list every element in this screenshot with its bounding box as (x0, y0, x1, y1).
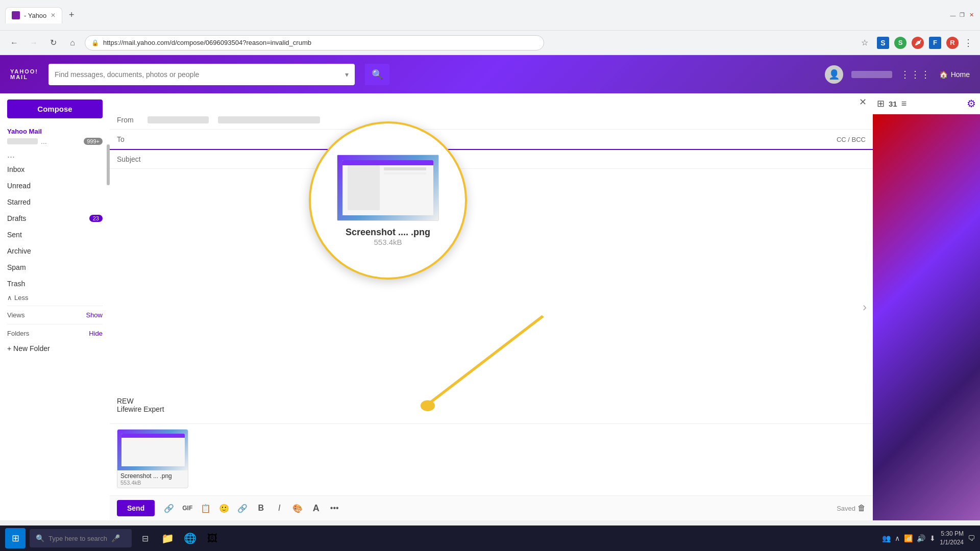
sidebar-item-starred[interactable]: Starred (0, 194, 110, 210)
right-panel-layout-icon1[interactable]: ⊞ (877, 98, 885, 109)
subject-label: Subject (117, 155, 142, 163)
attachment-thumbnail[interactable]: Screenshot ... .png 553.4kB (117, 429, 188, 488)
yahoo-search-bar[interactable]: ▾ (48, 64, 355, 85)
views-label: Views (7, 311, 24, 319)
search-input[interactable] (55, 70, 341, 79)
refresh-button[interactable]: ↻ (46, 36, 60, 50)
home-button[interactable]: ⌂ (65, 36, 80, 50)
emoji-tool-button[interactable]: 🙂 (216, 500, 232, 516)
browser-menu-button[interactable]: ⋮ (964, 37, 973, 48)
to-field[interactable]: To CC / BCC (110, 130, 873, 150)
taskbar-search-bar[interactable]: 🔍 Type here to search 🎤 (30, 529, 132, 547)
cc-bcc-link[interactable]: CC / BCC (837, 136, 866, 143)
sidebar-item-unread[interactable]: Unread (0, 178, 110, 194)
taskbar-chrome[interactable]: 🌐 (181, 529, 199, 547)
tab-close-btn[interactable]: ✕ (51, 12, 56, 19)
taskbar-network-icon[interactable]: 📶 (904, 534, 913, 542)
extension-icon-r[interactable]: 🌶 (912, 37, 924, 49)
color-tool-button[interactable]: 🎨 (289, 500, 306, 516)
trash-icon: 🗑 (857, 504, 866, 512)
compose-body[interactable]: REW Lifewire Expert (110, 169, 873, 423)
sidebar-item-spam[interactable]: Spam (0, 259, 110, 276)
start-button[interactable]: ⊞ (5, 528, 26, 548)
subject-field[interactable]: Subject (110, 150, 873, 169)
yahoo-logo: YAHOO! MAIL (10, 69, 38, 80)
sidebar-extra-dots[interactable]: ... (0, 148, 110, 161)
new-folder-label: + New Folder (7, 344, 50, 353)
right-panel-calendar-icon[interactable]: 31 (889, 99, 897, 108)
home-label: Home (951, 70, 970, 79)
active-tab[interactable]: - Yahoo ✕ (5, 7, 62, 23)
minimize-button[interactable]: — (949, 12, 957, 19)
compose-close-button[interactable]: ✕ (859, 96, 867, 108)
url-icon: 🔗 (237, 504, 248, 513)
extension-icon-s[interactable]: S (877, 37, 889, 49)
extension-icon-u[interactable]: R (946, 37, 959, 49)
yahoo-mail-section-title: Yahoo Mail (0, 124, 110, 136)
font-size-icon: A (313, 503, 320, 514)
stamp-tool-button[interactable]: 📋 (198, 500, 214, 516)
subject-input[interactable] (148, 155, 866, 163)
gif-icon: GIF (182, 505, 192, 512)
back-button[interactable]: ← (7, 36, 21, 50)
search-dropdown-icon[interactable]: ▾ (345, 70, 349, 79)
sidebar: Compose Yahoo Mail ... 999+ ... Inbox Un… (0, 93, 110, 520)
delete-draft-button[interactable]: 🗑 (857, 504, 866, 513)
new-tab-button[interactable]: + (64, 8, 79, 22)
right-panel-content (873, 114, 980, 520)
compose-top-bar: ✕ (110, 93, 873, 111)
bookmark-star-icon[interactable]: ☆ (857, 36, 872, 50)
sidebar-item-sent[interactable]: Sent (0, 227, 110, 243)
bold-tool-button[interactable]: B (253, 500, 269, 516)
gif-tool-button[interactable]: GIF (179, 500, 195, 516)
signature-line1: REW (117, 397, 164, 405)
extension-icon-g[interactable]: S (894, 37, 906, 49)
address-bar[interactable]: 🔒 https://mail.yahoo.com/d/compose/06960… (85, 35, 544, 51)
attachment-info: Screenshot ... .png 553.4kB (117, 470, 188, 488)
from-email-placeholder (218, 116, 320, 123)
link-tool-button[interactable]: 🔗 (161, 500, 177, 516)
send-button[interactable]: Send (117, 500, 155, 516)
extension-icon-f[interactable]: F (929, 37, 941, 49)
attachment-filename: Screenshot ... .png (120, 472, 185, 480)
user-avatar[interactable]: 👤 (825, 65, 843, 84)
apps-grid-button[interactable]: ⋮⋮⋮ (900, 69, 931, 80)
url-tool-button[interactable]: 🔗 (234, 500, 251, 516)
taskbar-photos[interactable]: 🖼 (203, 529, 222, 547)
taskbar-download-icon[interactable]: ⬇ (929, 534, 936, 542)
sidebar-less-button[interactable]: ∧ Less (0, 292, 110, 304)
search-button[interactable]: 🔍 (365, 64, 389, 85)
more-options-button[interactable]: ••• (326, 500, 342, 516)
taskbar-mic-icon[interactable]: 🎤 (111, 534, 120, 542)
sidebar-item-archive[interactable]: Archive (0, 243, 110, 259)
yahoo-logo-top: YAHOO! (10, 69, 38, 74)
italic-tool-button[interactable]: I (271, 500, 287, 516)
taskbar-task-view[interactable]: ⊟ (136, 529, 154, 547)
taskbar-people-icon[interactable]: 👥 (882, 534, 891, 542)
sidebar-item-inbox[interactable]: Inbox (0, 161, 110, 178)
file-explorer-icon: 📁 (161, 532, 174, 544)
taskbar-volume-icon[interactable]: 🔊 (917, 534, 925, 542)
from-field: From (110, 111, 873, 130)
taskbar-chevron-icon[interactable]: ∧ (895, 534, 900, 542)
home-button[interactable]: 🏠 Home (939, 70, 970, 79)
browser-toolbar-right: ☆ S S 🌶 F R ⋮ (857, 36, 973, 50)
to-input[interactable] (148, 135, 831, 144)
forward-button[interactable]: → (27, 36, 41, 50)
taskbar-notification-icon[interactable]: 🗨 (968, 534, 975, 542)
folders-hide-link[interactable]: Hide (89, 330, 103, 337)
compose-button[interactable]: Compose (7, 99, 103, 118)
views-show-link[interactable]: Show (86, 311, 103, 319)
taskbar-file-explorer[interactable]: 📁 (158, 529, 177, 547)
scroll-right-button[interactable]: › (863, 300, 867, 314)
sidebar-item-drafts[interactable]: Drafts 23 (0, 210, 110, 227)
new-folder-item[interactable]: + New Folder (0, 340, 110, 357)
maximize-button[interactable]: ❐ (959, 12, 966, 19)
task-view-icon: ⊟ (142, 534, 149, 543)
right-panel-settings-icon[interactable]: ⚙ (967, 97, 976, 110)
close-button[interactable]: ✕ (968, 12, 975, 19)
account-dots[interactable]: ... (41, 137, 47, 145)
right-panel-list-icon[interactable]: ≡ (901, 98, 907, 109)
sidebar-item-trash[interactable]: Trash (0, 276, 110, 292)
font-size-tool-button[interactable]: A (308, 500, 324, 516)
